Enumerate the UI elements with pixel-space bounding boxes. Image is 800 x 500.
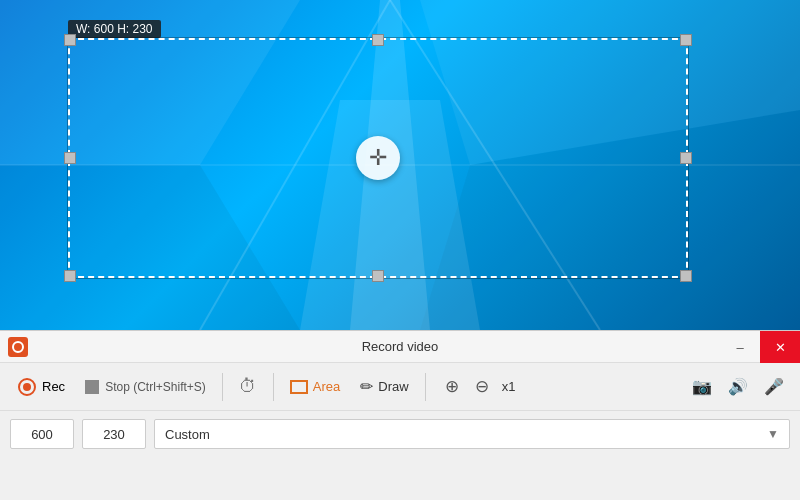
move-cursor-icon: ✛: [356, 136, 400, 180]
height-input[interactable]: [82, 419, 146, 449]
handle-top-center[interactable]: [372, 34, 384, 46]
zoom-in-button[interactable]: ⊕: [438, 373, 466, 401]
zoom-out-icon: ⊖: [475, 376, 489, 397]
timer-button[interactable]: ⏱: [231, 371, 265, 402]
width-input[interactable]: [10, 419, 74, 449]
draw-label: Draw: [378, 379, 408, 394]
dimensions-tooltip: W: 600 H: 230: [68, 20, 161, 38]
stop-icon: [85, 380, 99, 394]
separator-2: [273, 373, 274, 401]
rec-label: Rec: [42, 379, 65, 394]
rec-icon-inner: [23, 383, 31, 391]
speaker-button[interactable]: 🔊: [722, 371, 754, 403]
toolbar-bottom-row: Custom ▼: [0, 411, 800, 457]
toolbar-main-row: Rec Stop (Ctrl+Shift+S) ⏱ Area ✏ Draw ⊕: [0, 363, 800, 411]
speaker-icon: 🔊: [728, 377, 748, 396]
camera-icon: 📷: [692, 377, 712, 396]
stop-button[interactable]: Stop (Ctrl+Shift+S): [77, 375, 214, 399]
window-controls: – ✕: [720, 331, 800, 363]
title-bar: Record video – ✕: [0, 331, 800, 363]
zoom-level-label: x1: [498, 379, 520, 394]
zoom-out-button[interactable]: ⊖: [468, 373, 496, 401]
area-icon: [290, 380, 308, 394]
mic-button[interactable]: 🎤: [758, 371, 790, 403]
close-button[interactable]: ✕: [760, 331, 800, 363]
preset-dropdown[interactable]: Custom ▼: [154, 419, 790, 449]
separator-3: [425, 373, 426, 401]
dropdown-arrow-icon: ▼: [767, 427, 779, 441]
minimize-button[interactable]: –: [720, 331, 760, 363]
handle-top-left[interactable]: [64, 34, 76, 46]
clock-icon: ⏱: [239, 376, 257, 397]
stop-label: Stop (Ctrl+Shift+S): [105, 380, 206, 394]
selection-box[interactable]: ✛: [68, 38, 688, 278]
mic-icon: 🎤: [764, 377, 784, 396]
app-icon: [8, 337, 28, 357]
draw-button[interactable]: ✏ Draw: [352, 372, 416, 401]
pencil-icon: ✏: [360, 377, 373, 396]
rec-button[interactable]: Rec: [10, 373, 73, 401]
handle-bottom-right[interactable]: [680, 270, 692, 282]
area-button[interactable]: Area: [282, 374, 348, 399]
dimensions-label: W: 600 H: 230: [76, 22, 153, 36]
camera-button[interactable]: 📷: [686, 371, 718, 403]
area-label: Area: [313, 379, 340, 394]
handle-bottom-left[interactable]: [64, 270, 76, 282]
window-title: Record video: [362, 339, 439, 354]
toolbar-panel: Record video – ✕ Rec Stop (Ctrl+Shift+S)…: [0, 330, 800, 500]
zoom-controls: ⊕ ⊖ x1: [438, 373, 520, 401]
handle-top-right[interactable]: [680, 34, 692, 46]
preset-value-label: Custom: [165, 427, 210, 442]
rec-icon: [18, 378, 36, 396]
handle-bottom-center[interactable]: [372, 270, 384, 282]
right-icon-group: 📷 🔊 🎤: [686, 371, 790, 403]
desktop-area: W: 600 H: 230 ✛: [0, 0, 800, 330]
app-icon-circle: [12, 341, 24, 353]
zoom-in-icon: ⊕: [445, 376, 459, 397]
handle-middle-right[interactable]: [680, 152, 692, 164]
handle-middle-left[interactable]: [64, 152, 76, 164]
separator-1: [222, 373, 223, 401]
